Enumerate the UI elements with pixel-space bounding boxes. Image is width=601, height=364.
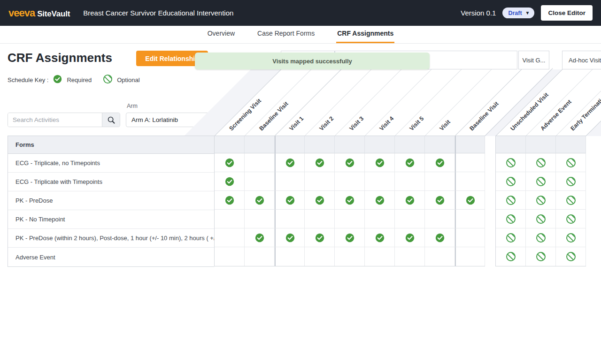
matrix-cell[interactable]	[526, 191, 556, 210]
matrix-cell[interactable]	[335, 153, 365, 172]
matrix-cell[interactable]	[335, 228, 365, 247]
matrix-cell[interactable]	[305, 247, 335, 266]
matrix-cell[interactable]	[365, 172, 395, 191]
toast-message: Visits mapped successfully	[272, 58, 352, 65]
matrix-cell[interactable]	[305, 228, 335, 247]
crf-assignments-page: CRF Assignments Edit Relationship Visit …	[0, 44, 601, 364]
matrix-cell[interactable]	[425, 228, 455, 247]
matrix-cell[interactable]	[395, 191, 425, 210]
matrix-cell[interactable]	[455, 191, 485, 210]
matrix-cell[interactable]	[275, 210, 305, 228]
matrix-cell[interactable]	[335, 210, 365, 228]
matrix-cell[interactable]	[275, 172, 305, 191]
scheduled-visit-header: Visit 2	[318, 115, 335, 132]
matrix-cell[interactable]	[335, 191, 365, 210]
matrix-cell[interactable]	[496, 210, 526, 228]
matrix-cell[interactable]	[395, 210, 425, 228]
matrix-cell[interactable]	[305, 153, 335, 172]
matrix-cell[interactable]	[556, 153, 586, 172]
matrix-cell[interactable]	[526, 228, 556, 247]
matrix-header-cell	[245, 136, 275, 153]
matrix-cell[interactable]	[215, 228, 245, 247]
matrix-cell[interactable]	[526, 153, 556, 172]
matrix-cell[interactable]	[335, 247, 365, 266]
matrix-cell[interactable]	[215, 172, 245, 191]
required-icon	[405, 233, 415, 243]
tab-crf-assignments[interactable]: CRF Assignments	[336, 26, 394, 43]
matrix-cell[interactable]	[425, 247, 455, 266]
matrix-cell[interactable]	[455, 172, 485, 191]
matrix-cell[interactable]	[556, 172, 586, 191]
matrix-cell[interactable]	[245, 228, 275, 247]
matrix-cell[interactable]	[455, 153, 485, 172]
required-icon	[405, 158, 415, 168]
matrix-cell[interactable]	[245, 172, 275, 191]
tab-bar: Overview Case Report Forms CRF Assignmen…	[0, 26, 601, 44]
tab-overview[interactable]: Overview	[207, 26, 236, 43]
matrix-cell[interactable]	[526, 172, 556, 191]
matrix-cell[interactable]	[425, 210, 455, 228]
matrix-cell[interactable]	[455, 228, 485, 247]
required-icon	[285, 195, 295, 205]
matrix-cell[interactable]	[215, 191, 245, 210]
matrix-cell[interactable]	[526, 247, 556, 266]
matrix-cell[interactable]	[395, 228, 425, 247]
matrix-cell[interactable]	[215, 210, 245, 228]
matrix-cell[interactable]	[425, 191, 455, 210]
matrix-cell[interactable]	[215, 153, 245, 172]
close-editor-button[interactable]: Close Editor	[541, 5, 593, 21]
matrix-cell[interactable]	[556, 191, 586, 210]
matrix-cell[interactable]	[365, 228, 395, 247]
optional-icon	[566, 195, 576, 205]
matrix-cell[interactable]	[245, 153, 275, 172]
matrix-cell[interactable]	[496, 153, 526, 172]
matrix-cell[interactable]	[455, 247, 485, 266]
matrix-cell[interactable]	[496, 172, 526, 191]
matrix-cell[interactable]	[365, 247, 395, 266]
adhoc-visits-group-label: Ad-hoc Visits	[569, 57, 601, 64]
matrix-cell[interactable]	[245, 210, 275, 228]
search-activities-input[interactable]	[8, 113, 102, 127]
matrix-cell[interactable]	[395, 247, 425, 266]
matrix-cell[interactable]	[365, 191, 395, 210]
optional-icon	[536, 233, 546, 243]
required-icon	[375, 195, 385, 205]
matrix-cell[interactable]	[425, 153, 455, 172]
schedule-key: Schedule Key : Required Optional	[8, 74, 140, 86]
matrix-cell[interactable]	[395, 172, 425, 191]
arm-select-value: Arm A: Lorlatinib	[131, 116, 178, 123]
matrix-cell[interactable]	[305, 191, 335, 210]
matrix-cell[interactable]	[556, 247, 586, 266]
matrix-header-cell	[365, 136, 395, 153]
matrix-cell[interactable]	[496, 228, 526, 247]
matrix-cell[interactable]	[275, 153, 305, 172]
matrix-cell[interactable]	[496, 191, 526, 210]
matrix-header-cell	[395, 136, 425, 153]
tab-case-report-forms[interactable]: Case Report Forms	[256, 26, 316, 43]
matrix-cell[interactable]	[245, 247, 275, 266]
search-activities-box	[8, 113, 120, 127]
matrix-cell[interactable]	[215, 247, 245, 266]
matrix-cell[interactable]	[395, 153, 425, 172]
matrix-cell[interactable]	[365, 210, 395, 228]
matrix-cell[interactable]	[556, 228, 586, 247]
matrix-header-cell	[215, 136, 245, 153]
search-button[interactable]	[102, 113, 120, 127]
matrix-cell[interactable]	[275, 228, 305, 247]
matrix-cell[interactable]	[365, 153, 395, 172]
matrix-cell[interactable]	[335, 172, 365, 191]
matrix-cell[interactable]	[245, 191, 275, 210]
matrix-cell[interactable]	[305, 172, 335, 191]
matrix-cell[interactable]	[455, 210, 485, 228]
matrix-cell[interactable]	[425, 172, 455, 191]
sitevault-logo-text: SiteVault	[37, 9, 70, 19]
matrix-cell[interactable]	[305, 210, 335, 228]
status-dropdown[interactable]: Draft ▼	[502, 8, 534, 18]
matrix-cell[interactable]	[496, 247, 526, 266]
form-name-cell: ECG - Triplicate, no Timepoints	[8, 154, 214, 173]
matrix-cell[interactable]	[275, 191, 305, 210]
matrix-cell[interactable]	[526, 210, 556, 228]
matrix-cell[interactable]	[275, 247, 305, 266]
matrix-cell[interactable]	[556, 210, 586, 228]
optional-icon	[536, 214, 546, 224]
